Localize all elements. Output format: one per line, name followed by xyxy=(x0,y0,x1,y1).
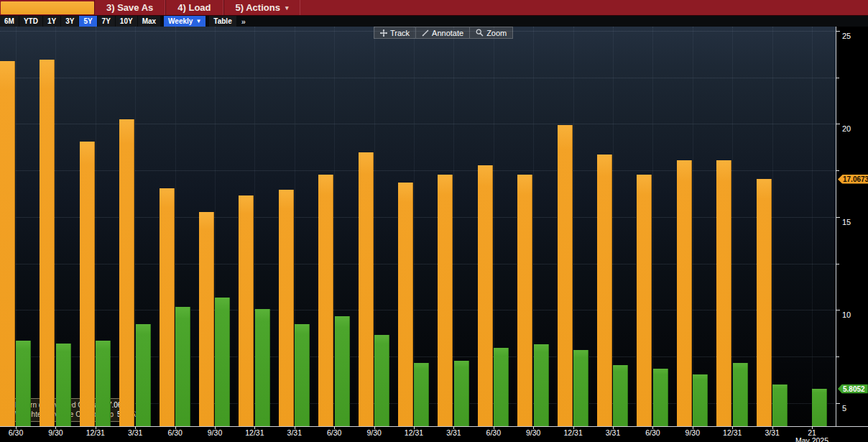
table-button-label: Table xyxy=(213,17,231,25)
track-crosshair-icon xyxy=(380,29,387,37)
y-minor-tick xyxy=(836,78,839,78)
x-tick-label: 6/30 xyxy=(314,429,354,436)
x-tick-label: 3/31 xyxy=(115,429,155,436)
wacc-bar xyxy=(772,385,788,426)
x-axis-period-label: May 2025 xyxy=(792,437,832,442)
y-axis: 51015202517.06735.8052 xyxy=(836,27,868,426)
actions-label: 5) Actions xyxy=(236,2,280,13)
range-button-5y[interactable]: 5Y xyxy=(79,16,96,27)
wacc-bar xyxy=(16,341,31,426)
wacc-bar xyxy=(653,369,668,426)
x-tick-label: 3/31 xyxy=(752,429,793,436)
x-tick-label: 3/31 xyxy=(433,429,474,436)
wacc-bar xyxy=(136,324,151,426)
roic-bar xyxy=(478,165,493,426)
y-tick-label: 15 xyxy=(842,218,851,226)
v-gridline xyxy=(693,27,693,426)
x-tick-label: 9/30 xyxy=(35,429,75,436)
x-tick-label: 6/30 xyxy=(632,429,673,436)
y-tick xyxy=(836,31,840,32)
roic-bar xyxy=(558,125,573,427)
dropdown-arrow-icon: ▼ xyxy=(195,18,201,24)
wacc-bar xyxy=(96,341,111,426)
y-tick xyxy=(836,124,840,124)
range-button-7y[interactable]: 7Y xyxy=(98,16,115,27)
ticker-highlight-field[interactable] xyxy=(1,1,94,14)
annotate-label: Annotate xyxy=(432,29,463,37)
x-tick-label: 21May 2025 xyxy=(792,429,832,442)
wacc-bar xyxy=(613,365,628,427)
range-buttons-group: 6MYTD1Y3Y5Y7Y10YMax xyxy=(0,16,161,27)
track-button[interactable]: Track xyxy=(374,27,415,38)
wacc-bar xyxy=(255,309,270,426)
wacc-bar xyxy=(374,335,389,426)
actions-button[interactable]: 5) Actions ▾ xyxy=(223,0,301,15)
roic-bar xyxy=(716,160,731,426)
y-tick-label: 10 xyxy=(842,310,851,319)
period-dropdown[interactable]: Weekly ▼ xyxy=(164,16,206,27)
range-button-10y[interactable]: 10Y xyxy=(116,16,137,27)
wacc-bar xyxy=(573,350,588,426)
x-tick-label: 12/31 xyxy=(553,429,594,436)
x-tick-label: 6/30 xyxy=(0,429,36,436)
load-button[interactable]: 4) Load xyxy=(165,0,223,15)
save-as-button[interactable]: 3) Save As xyxy=(94,0,165,15)
range-button-max[interactable]: Max xyxy=(138,16,160,27)
annotate-button[interactable]: Annotate xyxy=(415,27,469,38)
y-minor-tick xyxy=(836,170,839,171)
table-button[interactable]: Table xyxy=(209,16,236,27)
v-gridline xyxy=(812,27,813,426)
range-button-6m[interactable]: 6M xyxy=(0,16,19,27)
load-label: 4) Load xyxy=(177,2,211,13)
wacc-bar xyxy=(812,389,827,426)
roic-bar xyxy=(0,61,15,426)
x-tick-label: 9/30 xyxy=(354,429,394,436)
wacc-bar xyxy=(454,361,469,426)
roic-bar xyxy=(597,155,612,426)
wacc-bar xyxy=(414,363,429,426)
x-tick-label: 12/31 xyxy=(75,429,116,436)
y-minor-tick xyxy=(836,356,839,357)
overflow-button[interactable]: » xyxy=(237,16,250,27)
roic-bar xyxy=(160,188,175,427)
x-tick-label: 9/30 xyxy=(513,429,553,436)
x-tick-label: 3/31 xyxy=(593,429,633,436)
roic-bar xyxy=(80,142,95,426)
range-button-ytd[interactable]: YTD xyxy=(19,16,42,27)
roic-bar xyxy=(757,179,772,426)
y-tick-label: 5 xyxy=(842,404,846,413)
y-tick xyxy=(836,217,840,218)
annotate-pencil-icon xyxy=(422,29,429,37)
x-tick-label: 12/31 xyxy=(234,429,274,436)
roic-bar xyxy=(279,190,294,426)
zoom-button[interactable]: Zoom xyxy=(469,27,512,38)
bloomberg-chart-window: 3) Save As 4) Load 5) Actions ▾ 6MYTD1Y3… xyxy=(0,0,868,442)
save-as-label: 3) Save As xyxy=(106,2,153,13)
wacc-bar xyxy=(494,348,509,426)
v-gridline xyxy=(652,27,653,426)
dropdown-arrow-icon: ▾ xyxy=(285,4,289,11)
chart-plot-area[interactable]: Track Annotate Zoom xyxy=(0,27,836,426)
range-button-1y[interactable]: 1Y xyxy=(43,16,60,27)
y-tick-label: 25 xyxy=(842,32,851,40)
wacc-bar xyxy=(693,374,708,427)
x-tick-label: 12/31 xyxy=(394,429,434,436)
command-bar: 3) Save As 4) Load 5) Actions ▾ xyxy=(0,0,868,16)
wacc-bar xyxy=(335,316,350,426)
x-axis: 6/309/3012/313/316/309/3012/313/316/309/… xyxy=(0,426,868,442)
x-tick-label: 9/30 xyxy=(673,429,713,436)
wacc-bar xyxy=(733,363,748,426)
h-gridline xyxy=(0,78,836,78)
roic-bar xyxy=(398,183,413,426)
x-tick-label: 6/30 xyxy=(474,429,514,436)
zoom-magnifier-icon xyxy=(476,29,484,37)
wacc-bar xyxy=(175,307,190,426)
wacc-bar xyxy=(215,298,230,426)
x-tick-label: 6/30 xyxy=(155,429,195,436)
range-button-3y[interactable]: 3Y xyxy=(61,16,78,27)
roic-bar xyxy=(359,152,374,426)
roic-bar xyxy=(517,175,532,426)
roic-bar xyxy=(677,160,692,426)
y-tick xyxy=(836,403,840,404)
roic-bar xyxy=(637,175,652,426)
